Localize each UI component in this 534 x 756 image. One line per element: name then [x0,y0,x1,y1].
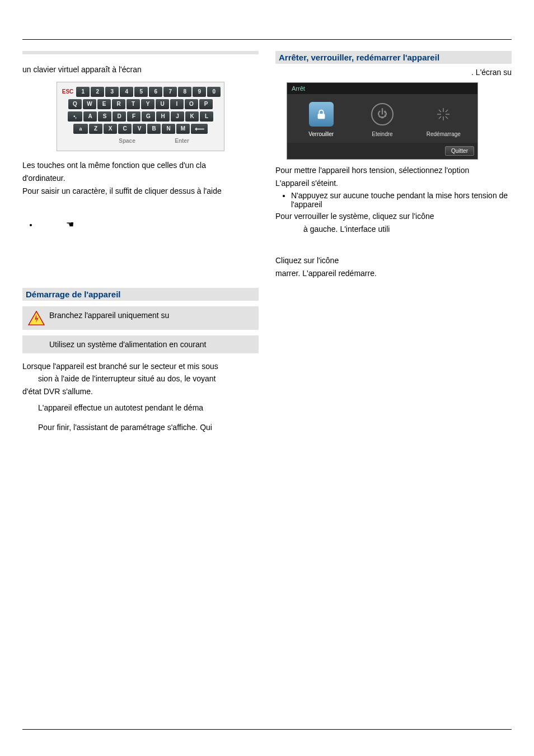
bullet-hand-icon: ☚ [38,219,259,230]
text-power-off: Pour mettre l'appareil hors tension, sél… [275,165,512,176]
shutdown-power-item[interactable]: ⏻ Eteindre [357,102,407,137]
warning-box-1: Branchez l'appareil uniquement su [22,306,259,330]
key[interactable]: V [133,124,146,134]
quit-button[interactable]: Quitter [445,146,474,156]
text-sion: sion à l'aide de l'interrupteur situé au… [22,374,259,384]
key[interactable]: 9 [193,87,206,97]
key[interactable]: O [185,99,198,109]
text-screen-su: . L'écran su [275,67,512,78]
key[interactable]: A [83,111,97,122]
bottom-rule [22,729,512,730]
key[interactable]: K [185,111,199,122]
top-rule [22,39,512,40]
key-backspace[interactable]: ⟵ [191,124,208,134]
key[interactable]: H [156,111,170,122]
key[interactable]: Z [89,124,102,134]
kbd-row-5: Space Enter [60,136,222,147]
text-finally: Pour finir, l'assistant de paramétrage s… [22,422,259,433]
power-label: Eteindre [357,131,407,137]
shutdown-lock-item[interactable]: Verrouiller [296,102,346,137]
key[interactable]: N [162,124,175,134]
bullet-list-right: N'appuyez sur aucune touche pendant la m… [275,191,512,209]
lock-label: Verrouiller [296,131,346,137]
text-lock-1: Pour verrouiller le système, cliquez sur… [275,211,512,222]
key[interactable]: 2 [91,87,104,97]
key[interactable]: M [176,124,190,134]
svg-line-9 [439,116,441,119]
shutdown-dialog-footer: Quitter [287,143,477,159]
key[interactable]: 4 [120,87,133,97]
key[interactable]: T [127,99,140,109]
warning-text-1: Branchez l'appareil uniquement su [49,311,169,320]
key[interactable]: 5 [134,87,148,97]
key-space[interactable]: Space [86,136,168,146]
keyboard-box: ESC 1 2 3 4 5 6 7 8 9 0 Q W [57,82,225,151]
power-icon: ⏻ [370,102,395,127]
text-when-plugged: Lorsque l'appareil est branché sur le se… [22,361,259,372]
text-input-char: Pour saisir un caractère, il suffit de c… [22,186,259,197]
text-keys-same: Les touches ont la même fonction que cel… [22,160,259,171]
virtual-keyboard: ESC 1 2 3 4 5 6 7 8 9 0 Q W [22,82,259,151]
key[interactable]: F [127,111,140,122]
svg-line-6 [439,110,441,112]
shutdown-dialog-title: Arrêt [287,83,477,94]
key[interactable]: 7 [163,87,177,97]
key[interactable]: R [112,99,125,109]
key[interactable]: B [147,124,161,134]
key[interactable]: U [156,99,169,109]
key[interactable]: G [142,111,155,122]
key[interactable]: S [98,111,111,122]
heading-shutdown: Arrêter, verrouiller, redémarrer l'appar… [275,51,512,64]
text-device-off: L'appareil s'éteint. [275,178,512,189]
right-column: Arrêter, verrouiller, redémarrer l'appar… [275,51,512,435]
key-symbols[interactable]: •, [68,111,82,122]
shutdown-restart-item[interactable]: Redémarrage [418,102,469,137]
text-restart: marrer. L'appareil redémarre. [275,268,512,279]
key-enter[interactable]: Enter [169,136,195,146]
shutdown-dialog-body: Verrouiller ⏻ Eteindre [287,94,477,143]
svg-line-7 [446,116,448,119]
key[interactable]: 1 [76,87,90,97]
key[interactable]: L [200,111,213,122]
page: un clavier virtuel apparaît à l'écran ES… [0,0,534,756]
kbd-row-1: ESC 1 2 3 4 5 6 7 8 9 0 [60,86,222,97]
key[interactable]: P [199,99,213,109]
kbd-row-4: a Z X C V B N M ⟵ [60,123,222,134]
key-case[interactable]: a [73,124,88,134]
text-click-icon: Cliquez sur l'icône [275,255,512,266]
key[interactable]: Y [141,99,154,109]
text-lock-2: à gauche. L'interface utili [275,224,512,235]
text-dvr: d'état DVR s'allume. [22,386,259,397]
left-column: un clavier virtuel apparaît à l'écran ES… [22,51,259,435]
restart-label: Redémarrage [418,131,469,137]
key[interactable]: X [104,124,117,134]
key[interactable]: 8 [178,87,191,97]
shutdown-dialog: Arrêt Verrouiller ⏻ [287,82,478,160]
kbd-row-3: •, A S D F G H J K L [60,111,222,122]
lock-icon [309,102,334,127]
key[interactable]: 0 [207,87,221,97]
kbd-row-2: Q W E R T Y U I O P [60,99,222,110]
bullet-no-press: N'appuyez sur aucune touche pendant la m… [291,191,512,209]
key-esc[interactable]: ESC [60,87,76,97]
key[interactable]: D [113,111,126,122]
key[interactable]: E [97,99,111,109]
columns: un clavier virtuel apparaît à l'écran ES… [22,51,512,435]
svg-rect-1 [317,114,325,119]
warning-text-2: Utilisez un système d'alimentation en co… [49,340,206,349]
restart-icon [431,102,456,127]
key[interactable]: 3 [105,87,119,97]
key[interactable]: Q [68,99,82,109]
text-dordinateur: d'ordinateur. [22,173,259,184]
key[interactable]: J [171,111,184,122]
gray-bar-placeholder [22,51,259,54]
text-autotest: L'appareil effectue un autotest pendant … [22,403,259,413]
hand-pointer-icon: ☚ [66,220,74,229]
key[interactable]: W [83,99,96,109]
key[interactable]: 6 [149,87,162,97]
key[interactable]: I [170,99,184,109]
key[interactable]: C [118,124,132,134]
heading-startup: Démarrage de l'appareil [22,288,259,301]
svg-line-8 [446,110,448,112]
bullet-list: ☚ [22,219,259,230]
